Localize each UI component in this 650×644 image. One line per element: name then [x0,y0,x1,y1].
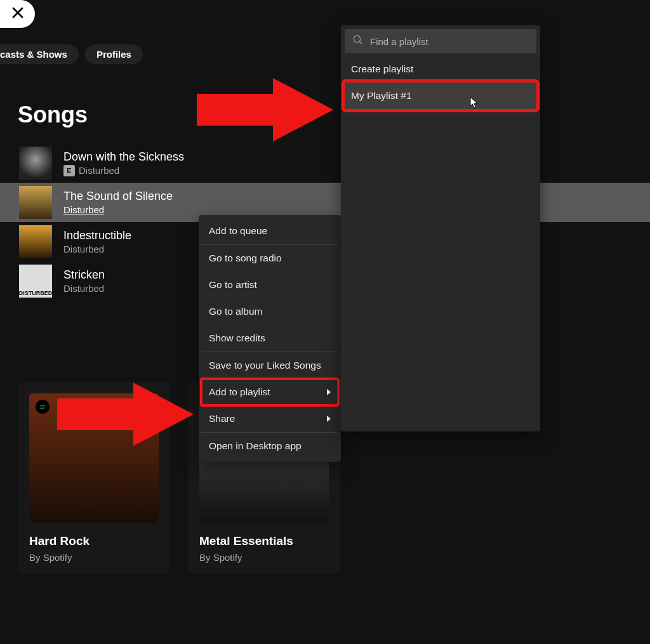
song-artist[interactable]: E Disturbed [63,165,184,176]
menu-share[interactable]: Share [201,405,338,432]
chevron-right-icon [327,389,331,395]
playlist-title: Metal Essentials [199,534,329,548]
annotation-arrow-icon [190,75,336,145]
menu-add-to-playlist[interactable]: Add to playlist [201,379,338,405]
playlist-search-field[interactable] [345,29,536,53]
playlist-subtitle: By Spotify [199,552,329,563]
chip-profiles[interactable]: Profiles [85,44,143,64]
svg-point-4 [354,36,361,43]
menu-open-desktop[interactable]: Open in Desktop app [201,433,338,459]
menu-show-credits[interactable]: Show credits [201,325,338,352]
playlist-subtitle: By Spotify [29,552,159,563]
songs-heading: Songs [18,102,88,128]
album-art [19,225,52,258]
spotify-logo-icon [36,400,50,414]
chevron-right-icon [327,416,331,422]
menu-go-to-artist[interactable]: Go to artist [201,272,338,298]
annotation-arrow-icon [51,379,197,449]
menu-go-to-album[interactable]: Go to album [201,298,338,325]
chip-podcasts-and-shows[interactable]: casts & Shows [0,44,79,64]
song-title: The Sound of Silence [63,190,173,203]
song-title: Indestructible [63,229,131,242]
song-title: Stricken [63,268,105,282]
close-icon [10,5,25,23]
search-icon [352,34,364,48]
submenu-playlist-item[interactable]: My Playlist #1 [345,82,536,109]
add-to-playlist-submenu: Create playlist My Playlist #1 [341,25,540,431]
album-art: DISTURBED [19,265,52,298]
song-artist[interactable]: Disturbed [63,283,105,294]
menu-save-to-liked[interactable]: Save to your Liked Songs [201,352,338,379]
album-art [19,186,52,219]
playlist-title: Hard Rock [29,534,159,548]
menu-add-to-queue[interactable]: Add to queue [201,218,338,244]
context-menu: Add to queue Go to song radio Go to arti… [199,215,341,462]
song-artist[interactable]: Disturbed [63,204,173,215]
album-art [19,147,52,180]
menu-go-to-song-radio[interactable]: Go to song radio [201,245,338,272]
playlist-search-input[interactable] [370,36,529,47]
svg-line-5 [359,41,362,44]
mouse-cursor-icon [470,96,479,112]
submenu-create-playlist[interactable]: Create playlist [345,56,536,82]
close-button[interactable] [0,0,35,28]
explicit-badge: E [63,165,75,176]
song-artist[interactable]: Disturbed [63,244,131,254]
song-title: Down with the Sickness [63,150,184,164]
song-row[interactable]: Down with the Sickness E Disturbed [19,143,650,183]
